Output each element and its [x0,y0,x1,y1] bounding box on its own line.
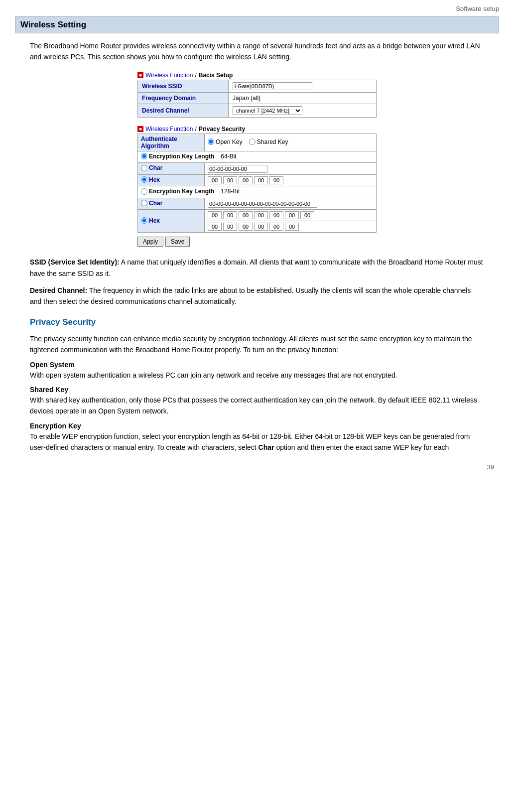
hex64-value [205,174,377,186]
privacy-panel-sep: / [195,126,196,133]
privacy-setup-panel: ■ Wireless Function / Privacy Security A… [137,126,377,247]
hex128-input-2[interactable] [223,211,237,219]
ssid-input[interactable] [233,82,312,90]
privacy-panel-title: Privacy Security [199,126,245,133]
shared-key-label[interactable]: Shared Key [249,138,288,145]
hex128-inputs-row1 [208,211,373,219]
header-text: Software setup [456,5,499,12]
save-button[interactable]: Save [165,237,190,247]
basic-config-table: Wireless SSID Frequency Domain Japan (al… [137,80,377,118]
intro-text: The Broadband Home Router provides wirel… [30,40,484,63]
hex128-row1 [205,210,377,221]
description-section: SSID (Service Set Identity): A name that… [30,257,484,307]
auth-label: AuthenticateAlgorithm [138,134,205,151]
hex128-input-6[interactable] [285,211,299,219]
enc128-header-row: Encryption Key Length 128-Bit [138,186,377,198]
hex64-input-1[interactable] [208,176,222,184]
ssid-description: SSID (Service Set Identity): A name that… [30,257,484,279]
page-header: Software setup [15,5,499,12]
privacy-section-title: Privacy Security [30,317,484,327]
table-row: Wireless SSID [138,80,377,92]
hex128-input-12[interactable] [269,223,283,231]
char128-radio[interactable] [141,200,147,206]
channel-term: Desired Channel: [30,286,87,294]
hex128-input-9[interactable] [223,223,237,231]
hex64-radio[interactable] [141,176,147,183]
privacy-panel-link[interactable]: Wireless Function [145,126,193,133]
enc64-radio-label[interactable]: Encryption Key Length 64-Bit [141,153,237,160]
encryption-key-body: To enable WEP encryption function, selec… [30,431,484,453]
freq-value: Japan (all) [229,92,377,104]
auth-value: Open Key Shared Key [205,134,377,151]
privacy-config-table: AuthenticateAlgorithm Open Key Shared Ke… [137,134,377,233]
channel-description: Desired Channel: The frequency in which … [30,285,484,307]
hex128-label: Hex [138,210,205,233]
freq-label: Frequency Domain [138,92,229,104]
hex128-radio[interactable] [141,217,147,224]
page-number: 39 [15,463,499,471]
char64-radio[interactable] [141,165,147,171]
table-row: Frequency Domain Japan (all) [138,92,377,104]
hex128-input-10[interactable] [239,223,253,231]
hex64-radio-label[interactable]: Hex [141,176,160,183]
char64-input[interactable] [208,165,267,173]
basic-panel-title: Bacis Setup [199,72,233,79]
char128-value [205,198,377,210]
enc128-radio[interactable] [141,188,147,195]
hex64-input-4[interactable] [254,176,268,184]
basic-panel-link[interactable]: Wireless Function [145,72,193,79]
hex64-input-5[interactable] [269,176,283,184]
char128-radio-label[interactable]: Char [141,200,162,207]
open-system-title: Open System [30,361,484,369]
channel-select[interactable]: channel 7 [2442 MHz] channel 1 [2412 MHz… [233,106,302,115]
hex128-input-11[interactable] [254,223,268,231]
hex128-row2 [205,221,377,233]
hex64-input-3[interactable] [239,176,253,184]
ssid-label: Wireless SSID [138,80,229,92]
hex128-input-4[interactable] [254,211,268,219]
apply-button[interactable]: Apply [137,237,163,247]
privacy-intro-text: The privacy security function can enhanc… [30,333,484,356]
enc64-radio[interactable] [141,153,147,159]
table-row: Hex [138,174,377,186]
shared-key-radio[interactable] [249,138,256,145]
char128-label: Char [138,198,205,210]
privacy-panel-header: ■ Wireless Function / Privacy Security [137,126,377,133]
encryption-key-title: Encryption Key [30,422,484,430]
hex128-input-7[interactable] [300,211,314,219]
open-key-radio[interactable] [208,138,214,145]
open-key-label[interactable]: Open Key [208,138,242,145]
channel-label: Desired Channel [138,104,229,117]
basic-panel-header: ■ Wireless Function / Bacis Setup [137,72,377,79]
hex128-input-3[interactable] [239,211,253,219]
hex64-input-2[interactable] [223,176,237,184]
char64-label: Char [138,163,205,175]
ssid-term: SSID (Service Set Identity): [30,258,120,266]
channel-desc-text: The frequency in which the radio links a… [30,286,471,305]
char64-radio-label[interactable]: Char [141,164,162,171]
hex128-input-5[interactable] [269,211,283,219]
hex64-label: Hex [138,174,205,186]
table-row: Hex [138,210,377,221]
hex128-input-8[interactable] [208,223,222,231]
enc64-header: Encryption Key Length 64-Bit [138,151,377,163]
char128-input[interactable] [208,200,317,208]
panel-icon: ■ [137,72,143,78]
table-row: Char [138,163,377,175]
table-row: Desired Channel channel 7 [2442 MHz] cha… [138,104,377,117]
section-title: Wireless Setting [15,16,499,33]
enc64-header-row: Encryption Key Length 64-Bit [138,151,377,163]
hex128-radio-label[interactable]: Hex [141,217,160,224]
char64-value [205,163,377,175]
shared-key-title: Shared Key [30,386,484,394]
basic-panel-sep: / [195,72,196,79]
hex128-input-13[interactable] [285,223,299,231]
hex64-inputs [208,176,373,184]
shared-key-body: With shared key authentication, only tho… [30,395,484,417]
privacy-panel-icon: ■ [137,126,143,132]
table-row: Char [138,198,377,210]
hex128-input-1[interactable] [208,211,222,219]
ssid-value [229,80,377,92]
freq-text: Japan (all) [233,95,260,102]
enc128-radio-label[interactable]: Encryption Key Length 128-Bit [141,188,240,195]
